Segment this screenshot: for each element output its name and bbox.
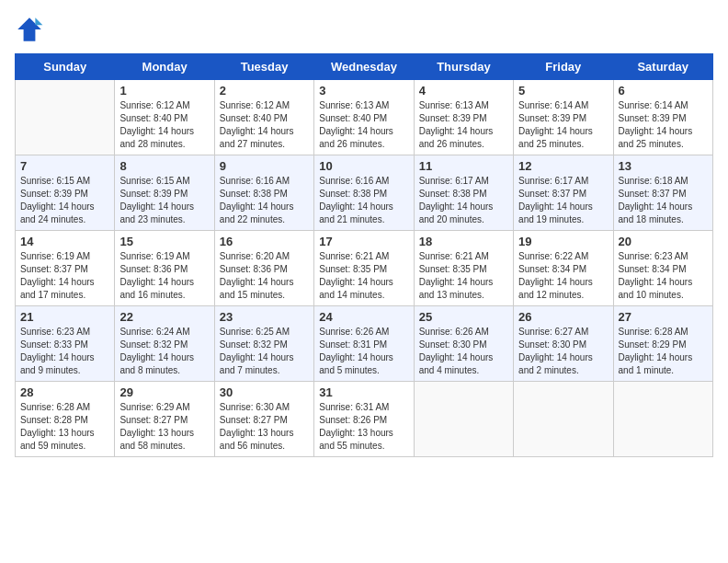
calendar-cell: 4Sunrise: 6:13 AM Sunset: 8:39 PM Daylig… bbox=[414, 80, 513, 155]
day-number: 31 bbox=[319, 385, 408, 399]
day-number: 5 bbox=[518, 84, 608, 98]
day-number: 25 bbox=[419, 310, 508, 324]
svg-marker-1 bbox=[35, 17, 42, 25]
day-number: 29 bbox=[119, 385, 209, 399]
day-info: Sunrise: 6:23 AM Sunset: 8:34 PM Dayligh… bbox=[619, 250, 708, 302]
calendar-cell: 18Sunrise: 6:21 AM Sunset: 8:35 PM Dayli… bbox=[414, 231, 513, 306]
calendar-cell: 10Sunrise: 6:16 AM Sunset: 8:38 PM Dayli… bbox=[314, 155, 414, 231]
day-number: 12 bbox=[518, 159, 608, 173]
day-info: Sunrise: 6:25 AM Sunset: 8:32 PM Dayligh… bbox=[220, 326, 309, 377]
day-info: Sunrise: 6:22 AM Sunset: 8:34 PM Dayligh… bbox=[518, 250, 608, 302]
day-info: Sunrise: 6:12 AM Sunset: 8:40 PM Dayligh… bbox=[119, 99, 209, 151]
calendar-cell: 29Sunrise: 6:29 AM Sunset: 8:27 PM Dayli… bbox=[115, 382, 214, 457]
calendar-cell: 1Sunrise: 6:12 AM Sunset: 8:40 PM Daylig… bbox=[115, 80, 214, 155]
day-number: 20 bbox=[619, 235, 708, 248]
week-row-4: 21Sunrise: 6:23 AM Sunset: 8:33 PM Dayli… bbox=[16, 306, 713, 382]
calendar-cell: 30Sunrise: 6:30 AM Sunset: 8:27 PM Dayli… bbox=[214, 382, 313, 457]
calendar-cell: 16Sunrise: 6:20 AM Sunset: 8:36 PM Dayli… bbox=[214, 231, 313, 306]
calendar-cell: 19Sunrise: 6:22 AM Sunset: 8:34 PM Dayli… bbox=[514, 231, 613, 306]
calendar: SundayMondayTuesdayWednesdayThursdayFrid… bbox=[15, 53, 713, 457]
day-number: 2 bbox=[220, 84, 309, 98]
day-number: 8 bbox=[119, 159, 209, 173]
day-number: 3 bbox=[319, 84, 408, 98]
day-info: Sunrise: 6:31 AM Sunset: 8:26 PM Dayligh… bbox=[319, 401, 408, 453]
day-info: Sunrise: 6:14 AM Sunset: 8:39 PM Dayligh… bbox=[518, 99, 608, 151]
day-number: 22 bbox=[119, 310, 209, 324]
day-info: Sunrise: 6:29 AM Sunset: 8:27 PM Dayligh… bbox=[119, 401, 209, 453]
weekday-header-thursday: Thursday bbox=[414, 54, 513, 80]
week-row-5: 28Sunrise: 6:28 AM Sunset: 8:28 PM Dayli… bbox=[16, 382, 713, 457]
calendar-cell bbox=[16, 80, 115, 155]
day-number: 11 bbox=[419, 159, 508, 173]
calendar-cell: 2Sunrise: 6:12 AM Sunset: 8:40 PM Daylig… bbox=[214, 80, 313, 155]
calendar-cell: 3Sunrise: 6:13 AM Sunset: 8:40 PM Daylig… bbox=[314, 80, 414, 155]
day-number: 6 bbox=[619, 84, 708, 98]
calendar-cell: 17Sunrise: 6:21 AM Sunset: 8:35 PM Dayli… bbox=[314, 231, 414, 306]
calendar-cell: 21Sunrise: 6:23 AM Sunset: 8:33 PM Dayli… bbox=[16, 306, 115, 382]
day-info: Sunrise: 6:17 AM Sunset: 8:38 PM Dayligh… bbox=[419, 175, 508, 226]
day-info: Sunrise: 6:19 AM Sunset: 8:36 PM Dayligh… bbox=[119, 250, 209, 302]
weekday-header-tuesday: Tuesday bbox=[214, 54, 313, 80]
day-info: Sunrise: 6:16 AM Sunset: 8:38 PM Dayligh… bbox=[319, 175, 408, 226]
calendar-cell bbox=[514, 382, 613, 457]
day-info: Sunrise: 6:16 AM Sunset: 8:38 PM Dayligh… bbox=[220, 175, 309, 226]
calendar-cell: 31Sunrise: 6:31 AM Sunset: 8:26 PM Dayli… bbox=[314, 382, 414, 457]
calendar-cell: 15Sunrise: 6:19 AM Sunset: 8:36 PM Dayli… bbox=[115, 231, 214, 306]
calendar-cell: 22Sunrise: 6:24 AM Sunset: 8:32 PM Dayli… bbox=[115, 306, 214, 382]
header bbox=[15, 15, 713, 44]
calendar-cell: 28Sunrise: 6:28 AM Sunset: 8:28 PM Dayli… bbox=[16, 382, 115, 457]
day-info: Sunrise: 6:28 AM Sunset: 8:29 PM Dayligh… bbox=[619, 326, 708, 377]
day-number: 18 bbox=[419, 235, 508, 248]
calendar-cell: 11Sunrise: 6:17 AM Sunset: 8:38 PM Dayli… bbox=[414, 155, 513, 231]
day-info: Sunrise: 6:24 AM Sunset: 8:32 PM Dayligh… bbox=[119, 326, 209, 377]
weekday-header-monday: Monday bbox=[115, 54, 214, 80]
calendar-cell: 5Sunrise: 6:14 AM Sunset: 8:39 PM Daylig… bbox=[514, 80, 613, 155]
day-info: Sunrise: 6:20 AM Sunset: 8:36 PM Dayligh… bbox=[220, 250, 309, 302]
day-number: 15 bbox=[119, 235, 209, 248]
weekday-header-sunday: Sunday bbox=[16, 54, 115, 80]
day-info: Sunrise: 6:12 AM Sunset: 8:40 PM Dayligh… bbox=[220, 99, 309, 151]
weekday-header-row: SundayMondayTuesdayWednesdayThursdayFrid… bbox=[16, 54, 713, 80]
day-number: 10 bbox=[319, 159, 408, 173]
day-number: 19 bbox=[518, 235, 608, 248]
calendar-cell: 12Sunrise: 6:17 AM Sunset: 8:37 PM Dayli… bbox=[514, 155, 613, 231]
calendar-cell: 6Sunrise: 6:14 AM Sunset: 8:39 PM Daylig… bbox=[613, 80, 712, 155]
week-row-3: 14Sunrise: 6:19 AM Sunset: 8:37 PM Dayli… bbox=[16, 231, 713, 306]
day-info: Sunrise: 6:14 AM Sunset: 8:39 PM Dayligh… bbox=[619, 99, 708, 151]
day-info: Sunrise: 6:21 AM Sunset: 8:35 PM Dayligh… bbox=[419, 250, 508, 302]
day-info: Sunrise: 6:13 AM Sunset: 8:40 PM Dayligh… bbox=[319, 99, 408, 151]
day-number: 27 bbox=[619, 310, 708, 324]
day-number: 26 bbox=[518, 310, 608, 324]
day-number: 13 bbox=[619, 159, 708, 173]
day-info: Sunrise: 6:18 AM Sunset: 8:37 PM Dayligh… bbox=[619, 175, 708, 226]
day-info: Sunrise: 6:15 AM Sunset: 8:39 PM Dayligh… bbox=[20, 175, 109, 226]
day-number: 16 bbox=[220, 235, 309, 248]
day-number: 9 bbox=[220, 159, 309, 173]
calendar-cell bbox=[613, 382, 712, 457]
day-info: Sunrise: 6:26 AM Sunset: 8:30 PM Dayligh… bbox=[419, 326, 508, 377]
day-info: Sunrise: 6:13 AM Sunset: 8:39 PM Dayligh… bbox=[419, 99, 508, 151]
day-number: 4 bbox=[419, 84, 508, 98]
day-info: Sunrise: 6:21 AM Sunset: 8:35 PM Dayligh… bbox=[319, 250, 408, 302]
calendar-cell: 13Sunrise: 6:18 AM Sunset: 8:37 PM Dayli… bbox=[613, 155, 712, 231]
day-info: Sunrise: 6:19 AM Sunset: 8:37 PM Dayligh… bbox=[20, 250, 109, 302]
week-row-2: 7Sunrise: 6:15 AM Sunset: 8:39 PM Daylig… bbox=[16, 155, 713, 231]
logo bbox=[15, 15, 50, 44]
calendar-cell: 26Sunrise: 6:27 AM Sunset: 8:30 PM Dayli… bbox=[514, 306, 613, 382]
day-number: 21 bbox=[20, 310, 109, 324]
calendar-cell: 24Sunrise: 6:26 AM Sunset: 8:31 PM Dayli… bbox=[314, 306, 414, 382]
day-number: 17 bbox=[319, 235, 408, 248]
calendar-cell: 27Sunrise: 6:28 AM Sunset: 8:29 PM Dayli… bbox=[613, 306, 712, 382]
weekday-header-wednesday: Wednesday bbox=[314, 54, 414, 80]
week-row-1: 1Sunrise: 6:12 AM Sunset: 8:40 PM Daylig… bbox=[16, 80, 713, 155]
day-info: Sunrise: 6:17 AM Sunset: 8:37 PM Dayligh… bbox=[518, 175, 608, 226]
calendar-cell: 14Sunrise: 6:19 AM Sunset: 8:37 PM Dayli… bbox=[16, 231, 115, 306]
calendar-cell: 9Sunrise: 6:16 AM Sunset: 8:38 PM Daylig… bbox=[214, 155, 313, 231]
day-info: Sunrise: 6:28 AM Sunset: 8:28 PM Dayligh… bbox=[20, 401, 109, 453]
day-info: Sunrise: 6:15 AM Sunset: 8:39 PM Dayligh… bbox=[119, 175, 209, 226]
logo-icon bbox=[15, 15, 44, 44]
weekday-header-friday: Friday bbox=[514, 54, 613, 80]
day-info: Sunrise: 6:30 AM Sunset: 8:27 PM Dayligh… bbox=[220, 401, 309, 453]
day-number: 28 bbox=[20, 385, 109, 399]
day-number: 23 bbox=[220, 310, 309, 324]
